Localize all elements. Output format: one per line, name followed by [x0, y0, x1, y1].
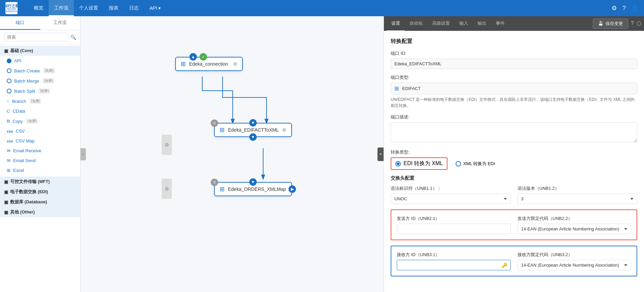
- node2-bottom-btn[interactable]: ▼: [249, 133, 257, 141]
- node-edeka-edifact[interactable]: 0 ▼ ⊞ Edeka_EDIFACTToXML ⚙ ▼: [214, 123, 292, 137]
- panel-tab-output[interactable]: 输出: [473, 16, 491, 31]
- panel-tab-events[interactable]: 事件: [491, 16, 509, 31]
- panel-tab-advanced[interactable]: 高级设置: [428, 16, 455, 31]
- tab-port[interactable]: 端口: [0, 16, 40, 30]
- sidebar-item-batch-split[interactable]: Batch Split (免费): [0, 86, 80, 96]
- nav-reports[interactable]: 报表: [104, 0, 124, 16]
- sidebar-item-label: Batch Split: [14, 89, 35, 94]
- left-node-gear2[interactable]: ⚙: [162, 179, 172, 199]
- panel-external-icon[interactable]: ⬡: [637, 20, 641, 27]
- category-edi[interactable]: ▣ 电子数据交换 (EDI): [0, 187, 80, 197]
- node-edeka-xmlmap[interactable]: 0 ▼ ⊞ Edeka_ORDERS_XMLMap ⚙ ▶: [214, 182, 292, 196]
- node1-gear[interactable]: ⚙: [233, 61, 237, 67]
- search-button[interactable]: 🔍: [70, 35, 76, 40]
- node1-icon: ⊞: [181, 60, 186, 68]
- csv-icon: csv: [7, 129, 13, 133]
- syntax-row: 语法标识符（UNB1.1）： UNOC 语法版本（UNB1.2） 3: [391, 185, 637, 204]
- sidebar-item-email-receive[interactable]: ✉ Email Receive: [0, 146, 80, 156]
- edi-icon: ▣: [4, 189, 8, 195]
- search-input[interactable]: [4, 33, 68, 41]
- nav-workflow[interactable]: 工作流: [49, 0, 74, 16]
- panel-tab-settings[interactable]: 设置: [387, 16, 405, 31]
- radio-xml-to-edi[interactable]: XML 转换为 EDI: [456, 161, 495, 167]
- category-mft-label: 可控文件传输 (MFT): [10, 179, 50, 185]
- sidebar-item-copy[interactable]: ⧉ Copy (免费): [0, 116, 80, 126]
- sidebar-item-batch-merge[interactable]: Batch Merge (免费): [0, 76, 80, 86]
- receiver-id-label: 接收方 ID（UNB3.1）: [397, 252, 511, 258]
- sidebar-item-api[interactable]: API: [0, 56, 80, 66]
- batch-create-icon: [7, 68, 12, 73]
- node3-right-btn[interactable]: ▶: [289, 185, 296, 193]
- sender-section: 发送方 ID（UNB2.1） 发送方限定代码（UNB2.2） 14-EAN (E…: [391, 209, 637, 240]
- help-icon[interactable]: ?: [622, 5, 626, 12]
- tab-workflow[interactable]: 工作流: [40, 16, 80, 30]
- receiver-id-input[interactable]: [397, 260, 511, 270]
- node2-top-conn: ▼: [249, 119, 257, 127]
- sidebar-item-label: Email Receive: [13, 148, 41, 153]
- receiver-code-select[interactable]: 14-EAN (European Article Numbering Assoc…: [518, 260, 631, 270]
- category-mft[interactable]: ▣ 可控文件传输 (MFT): [0, 177, 80, 187]
- sidebar-item-batch-create[interactable]: Batch Create (免费): [0, 66, 80, 76]
- nav-api[interactable]: API ▾: [144, 0, 166, 16]
- panel-tab-input[interactable]: 输入: [455, 16, 473, 31]
- port-desc: UN/EDIFACT 是一种标准的电子数据交换（EDI）文件格式，其在国际上非常…: [391, 96, 637, 109]
- nav-settings[interactable]: 个人设置: [74, 0, 104, 16]
- gear-icon[interactable]: ⚙: [612, 4, 617, 12]
- category-other[interactable]: ▣ 其他 (Other): [0, 207, 80, 217]
- port-id-input[interactable]: [391, 59, 637, 69]
- sender-code-select[interactable]: 14-EAN (European Article Numbering Assoc…: [518, 224, 631, 234]
- sidebar-item-label: Copy: [13, 119, 23, 124]
- radio-circle-xml: [456, 161, 461, 166]
- port-desc-textarea[interactable]: [391, 122, 637, 142]
- sidebar-item-csvmap[interactable]: csv CSV Map: [0, 136, 80, 146]
- user-icon[interactable]: 👤: [631, 4, 639, 12]
- panel-icons: ? ⬡: [631, 20, 641, 27]
- sidebar-item-label: Branch: [12, 99, 26, 104]
- panel-tab-automation[interactable]: 自动化: [405, 16, 428, 31]
- category-database[interactable]: ▣ 数据库 (Database): [0, 197, 80, 207]
- category-db-label: 数据库 (Database): [10, 199, 47, 205]
- cdata-icon: C: [7, 109, 10, 114]
- node2-label: Edeka_EDIFACTToXML: [228, 127, 279, 133]
- radio-edi-to-xml[interactable]: EDI 转换为 XML: [391, 157, 447, 170]
- sender-id-input[interactable]: [397, 224, 511, 234]
- sidebar-item-branch[interactable]: ⑂ Branch (免费): [0, 96, 80, 106]
- excel-icon: ⊞: [7, 168, 10, 173]
- save-changes-button[interactable]: 💾 保存变更: [593, 19, 628, 29]
- node3-top-btn[interactable]: ▼: [249, 178, 257, 186]
- sidebar-item-excel[interactable]: ⊞ Excel: [0, 165, 80, 175]
- node1-up-btn[interactable]: ▲: [189, 53, 197, 61]
- collapse-sidebar-btn[interactable]: ‹: [80, 148, 86, 160]
- nav-overview[interactable]: 概览: [28, 0, 49, 16]
- panel-content: 转换配置 端口 ID: 端口类型: ⊞ EDIFACT UN/EDIFACT 是…: [384, 31, 644, 292]
- node-edeka-connection[interactable]: ⊞ Edeka_connection ⚙ ▲ ✓: [175, 57, 243, 71]
- receiver-row: 接收方 ID（UNB3.1） 🔑 接收方限定代码（UNB3.2） 14-EAN …: [397, 252, 631, 270]
- interchange-title: 交换头配置: [391, 175, 637, 181]
- copy-icon: ⧉: [7, 118, 10, 124]
- panel-help-icon[interactable]: ?: [631, 20, 634, 27]
- port-desc-group: 端口描述:: [391, 114, 637, 144]
- nav-logs[interactable]: 日志: [124, 0, 144, 16]
- category-core[interactable]: ▣ 基础 (Core): [0, 46, 80, 56]
- node2-down-btn[interactable]: ▼: [249, 119, 257, 127]
- node1-check-btn[interactable]: ✓: [200, 53, 207, 61]
- sidebar-item-label: Batch Merge: [14, 78, 39, 84]
- port-id-label: 端口 ID:: [391, 50, 637, 57]
- radio-xml-label: XML 转换为 EDI: [463, 161, 495, 167]
- syntax-version-select[interactable]: 3: [518, 194, 638, 204]
- sidebar-item-csv[interactable]: csv CSV: [0, 126, 80, 136]
- node2-gear[interactable]: ⚙: [282, 127, 286, 133]
- port-type-row: ⊞ EDIFACT: [391, 83, 637, 94]
- sidebar-item-label: Excel: [13, 168, 24, 173]
- left-node-gear[interactable]: ⚙: [162, 135, 172, 155]
- search-box: 🔍: [0, 30, 80, 44]
- close-panel-btn[interactable]: ✕: [377, 148, 384, 161]
- top-nav: 知行之桥 ARIVER INTERNATIONAL 概览 工作流 个人设置 报表…: [0, 0, 644, 16]
- sidebar-item-cdata[interactable]: C CData: [0, 106, 80, 116]
- receiver-section: 接收方 ID（UNB3.1） 🔑 接收方限定代码（UNB3.2） 14-EAN …: [391, 246, 637, 276]
- email-send-icon: ✉: [7, 158, 10, 163]
- nav-items: 概览 工作流 个人设置 报表 日志 API ▾: [28, 0, 612, 16]
- syntax-id-select[interactable]: UNOC: [391, 194, 511, 204]
- right-panel: 设置 自动化 高级设置 输入 输出 事件 💾 保存变更 ? ⬡ 转换配置 端口 …: [384, 16, 644, 292]
- sidebar-item-email-send[interactable]: ✉ Email Send: [0, 156, 80, 165]
